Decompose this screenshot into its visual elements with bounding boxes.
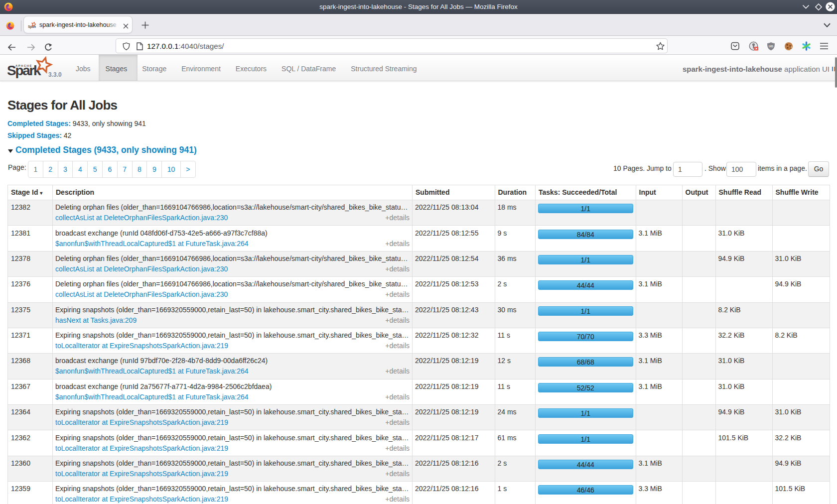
svg-text:UO: UO	[769, 45, 773, 48]
svg-text:Spark: Spark	[7, 63, 41, 78]
